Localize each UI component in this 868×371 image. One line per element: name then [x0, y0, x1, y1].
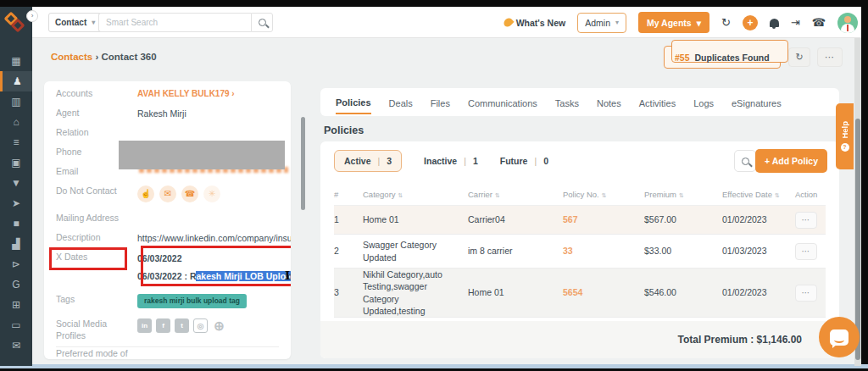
whats-new-link[interactable]: What's New: [504, 18, 566, 28]
smart-search-input[interactable]: [98, 13, 251, 32]
flame-icon: [502, 16, 514, 28]
table-search-button[interactable]: [734, 150, 756, 172]
sidebar-item-pipelines[interactable]: ≡: [0, 132, 32, 152]
table-row[interactable]: 2 Swagger Category Updated im 8 carrier …: [334, 235, 826, 269]
cell-policy-no[interactable]: 567: [563, 213, 644, 225]
sort-icon[interactable]: ⇅: [495, 191, 500, 199]
filter-future[interactable]: Future | 0: [500, 156, 548, 166]
tab-communications[interactable]: Communications: [468, 91, 537, 114]
more-icon: ⋯: [825, 52, 835, 63]
do-not-contact-phone-icon[interactable]: ☎: [181, 186, 198, 202]
avatar-tie: [847, 25, 849, 31]
contact-card-scrollbar[interactable]: [301, 117, 305, 210]
sidebar-item-campaigns[interactable]: ➤: [0, 193, 32, 213]
do-not-contact-video-icon[interactable]: ✳: [203, 186, 220, 202]
column-action: Action: [795, 190, 826, 201]
cell-premium: $546.00: [644, 286, 722, 298]
refresh-button[interactable]: ↻: [788, 47, 810, 67]
tab-notes[interactable]: Notes: [597, 91, 621, 114]
tab-files[interactable]: Files: [431, 91, 450, 114]
table-row[interactable]: 3 Nikhil Category,auto Testing,swagger C…: [334, 269, 826, 318]
website-globe-icon[interactable]: ⊕: [212, 318, 226, 333]
admin-dropdown[interactable]: Admin ▾: [577, 13, 626, 33]
twitter-icon[interactable]: t: [175, 318, 189, 333]
text-cursor-icon: I: [285, 267, 290, 285]
filter-active[interactable]: Active | 3: [334, 150, 402, 172]
cell-policy-no[interactable]: 5654: [563, 286, 644, 298]
page-scrollbar[interactable]: [854, 38, 861, 366]
tab-esignatures[interactable]: eSignatures: [732, 91, 782, 114]
sidebar-item-cards[interactable]: ▣: [0, 152, 32, 173]
my-agents-button[interactable]: My Agents ▾: [638, 12, 709, 33]
sidebar-item-templates[interactable]: ■: [0, 213, 32, 234]
tab-tasks[interactable]: Tasks: [555, 91, 579, 114]
sidebar-item-contacts[interactable]: ♟: [0, 71, 32, 91]
sort-icon[interactable]: ⇅: [775, 191, 780, 199]
do-not-contact-thumb-icon[interactable]: ☝: [137, 186, 154, 202]
sort-icon[interactable]: ⇅: [398, 191, 403, 199]
tab-logs[interactable]: Logs: [693, 91, 714, 114]
cell-policy-no[interactable]: 33: [563, 245, 644, 257]
sidebar: ▦ ♟ ▥ ⌂ ≡ ▣ ▼ ➤ ■ ▟ ⊳ G ⊞ ▭ ✉: [0, 7, 32, 366]
search-button[interactable]: [251, 13, 273, 32]
duplicates-found-badge[interactable]: #55 Duplicates Found: [664, 46, 781, 69]
cell-effective-date: 01/02/2023: [722, 286, 795, 298]
chat-widget-button[interactable]: [819, 317, 860, 357]
column-policy-no[interactable]: Policy No.⇅: [563, 190, 644, 201]
tab-activities[interactable]: Activities: [639, 91, 676, 114]
column-premium[interactable]: Premium⇅: [644, 190, 722, 201]
help-tab[interactable]: Help ?: [836, 103, 854, 169]
linkedin-icon[interactable]: in: [137, 318, 152, 333]
chevron-down-icon: ▾: [615, 19, 619, 26]
filter-separator: |: [464, 156, 466, 166]
sidebar-item-calendar[interactable]: ▭: [0, 315, 32, 335]
sidebar-item-email[interactable]: ✉: [0, 335, 32, 356]
sidebar-item-files[interactable]: ⊳: [0, 254, 32, 274]
tab-policies[interactable]: Policies: [336, 91, 371, 114]
logout-icon[interactable]: ⇥: [791, 17, 800, 28]
instagram-icon[interactable]: ◎: [193, 318, 208, 333]
account-link[interactable]: AVAH KELLY BULK179 ›: [137, 88, 291, 100]
sidebar-item-dashboard[interactable]: ▦: [0, 51, 32, 71]
sync-icon[interactable]: ↻: [721, 17, 731, 28]
add-icon[interactable]: +: [743, 15, 758, 30]
row-more-button[interactable]: ⋯: [795, 212, 817, 229]
search-icon: [259, 19, 266, 26]
admin-label: Admin: [585, 18, 610, 28]
sort-icon[interactable]: ⇅: [679, 191, 684, 199]
filter-inactive[interactable]: Inactive | 1: [424, 156, 478, 166]
field-label-relation: Relation: [56, 127, 137, 139]
column-category[interactable]: Category⇅: [363, 190, 468, 201]
user-avatar[interactable]: [837, 13, 858, 33]
add-policy-button[interactable]: + Add Policy: [755, 149, 827, 173]
table-row[interactable]: 1 Home 01 Carrier04 567 $567.00 01/02/20…: [334, 206, 826, 235]
avatar-head: [844, 16, 851, 23]
cell-category: Swagger Category Updated: [363, 239, 468, 263]
do-not-contact-message-icon[interactable]: ✉: [159, 186, 176, 202]
more-options-button[interactable]: ⋯: [817, 47, 843, 67]
sidebar-item-filters[interactable]: ▼: [0, 173, 32, 193]
tab-deals[interactable]: Deals: [389, 91, 413, 114]
content-area: Accounts AVAH KELLY BULK179 › Agent Rake…: [32, 76, 861, 366]
question-mark-icon: ?: [841, 143, 849, 152]
notifications-bell-icon[interactable]: [770, 19, 779, 27]
tag-chip[interactable]: rakesh mirji bulk upload tag: [137, 294, 247, 308]
sidebar-toggle[interactable]: ›: [26, 10, 38, 22]
breadcrumb-contacts[interactable]: Contacts: [51, 52, 92, 62]
annotation-box-label: [49, 247, 127, 270]
sidebar-item-google[interactable]: G: [0, 274, 32, 295]
page-scrollbar-thumb[interactable]: [855, 119, 860, 360]
column-effective-date[interactable]: Effective Date⇅: [722, 190, 795, 201]
row-more-button[interactable]: ⋯: [795, 243, 817, 260]
column-carrier-label: Carrier: [468, 190, 492, 201]
phone-icon[interactable]: ☎: [812, 17, 826, 28]
sidebar-item-analytics[interactable]: ▟: [0, 234, 32, 254]
column-carrier[interactable]: Carrier⇅: [468, 190, 563, 201]
row-more-button[interactable]: ⋯: [795, 285, 817, 302]
module-selector-dropdown[interactable]: Contact ▾: [48, 13, 102, 32]
sort-icon[interactable]: ⇅: [602, 191, 607, 199]
facebook-icon[interactable]: f: [156, 318, 170, 333]
sidebar-item-calculator[interactable]: ⊞: [0, 295, 32, 315]
sidebar-item-accounts[interactable]: ▥: [0, 91, 32, 112]
sidebar-item-organizations[interactable]: ⌂: [0, 112, 32, 132]
